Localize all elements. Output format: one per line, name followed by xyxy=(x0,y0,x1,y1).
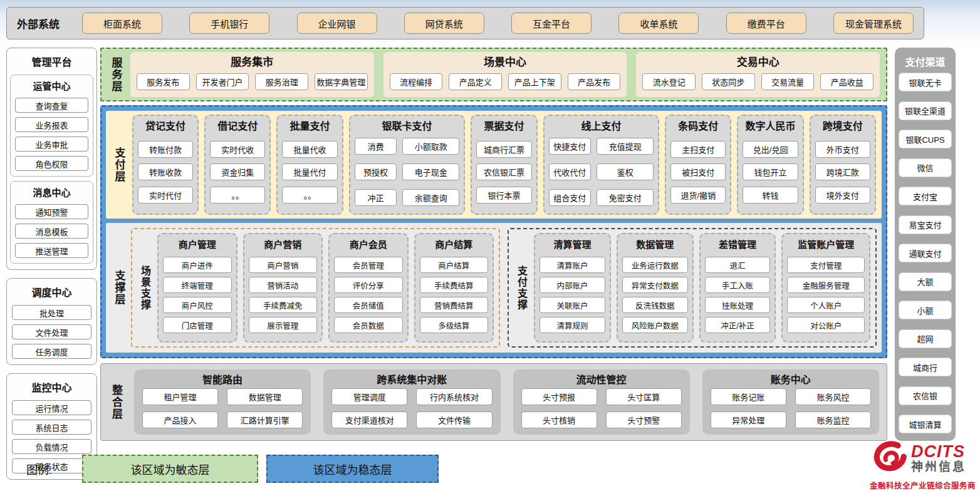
payment-item-button[interactable]: 消费 xyxy=(355,138,397,155)
payment-item-button[interactable]: 小额取款 xyxy=(402,138,459,155)
support-item-button[interactable]: 清算规则 xyxy=(540,317,605,333)
integration-item-button[interactable]: 管理调度 xyxy=(331,388,407,405)
support-item-button[interactable]: 反洗钱数据 xyxy=(622,297,688,313)
payment-channel-button[interactable]: 支付宝 xyxy=(899,187,952,205)
service-item-button[interactable]: 流程编排 xyxy=(390,73,443,90)
service-item-button[interactable]: 开发者门户 xyxy=(196,73,249,90)
payment-item-button[interactable]: 转钱 xyxy=(743,187,798,204)
support-item-button[interactable]: 风险账户数据 xyxy=(622,317,688,333)
support-item-button[interactable]: 冲正/补正 xyxy=(705,317,771,333)
support-item-button[interactable]: 手工入账 xyxy=(705,277,771,293)
integration-item-button[interactable]: 账务记账 xyxy=(711,388,786,405)
payment-channel-button[interactable]: 银联全渠道 xyxy=(899,101,952,120)
payment-item-button[interactable]: 资金归集 xyxy=(210,163,265,180)
payment-channel-button[interactable]: 微信 xyxy=(899,158,952,177)
integration-item-button[interactable]: 文件传输 xyxy=(416,411,492,428)
support-item-button[interactable]: 内部账户 xyxy=(540,277,605,293)
support-item-button[interactable]: 会员储值 xyxy=(334,297,403,313)
management-item-button[interactable]: 文件处理 xyxy=(12,324,91,339)
payment-item-button[interactable]: 。。 xyxy=(282,187,337,204)
integration-item-button[interactable]: 异常处理 xyxy=(711,411,786,428)
external-system-button[interactable]: 柜面系统 xyxy=(82,13,162,34)
integration-item-button[interactable]: 账务风控 xyxy=(795,388,871,405)
support-item-button[interactable]: 多级结算 xyxy=(420,317,489,333)
external-system-button[interactable]: 缴费平台 xyxy=(726,13,806,34)
external-system-button[interactable]: 网贷系统 xyxy=(404,13,484,34)
support-item-button[interactable]: 商户结算 xyxy=(420,257,489,273)
support-item-button[interactable]: 商户进件 xyxy=(163,257,232,273)
payment-item-button[interactable]: 实时代收 xyxy=(210,141,265,158)
payment-item-button[interactable]: 被扫支付 xyxy=(670,163,726,180)
support-item-button[interactable]: 评价分享 xyxy=(334,277,403,293)
payment-item-button[interactable]: 退货/撤销 xyxy=(670,187,726,204)
management-item-button[interactable]: 消息模板 xyxy=(15,224,88,239)
external-system-button[interactable]: 现金管理系统 xyxy=(833,13,914,34)
management-item-button[interactable]: 业务报表 xyxy=(15,117,88,132)
payment-item-button[interactable]: 预授权 xyxy=(355,163,397,180)
service-item-button[interactable]: 服务治理 xyxy=(255,73,308,90)
integration-item-button[interactable]: 账务监控 xyxy=(795,411,871,428)
payment-item-button[interactable]: 快捷支付 xyxy=(549,138,591,155)
service-item-button[interactable]: 数据字典管理 xyxy=(315,73,368,90)
management-item-button[interactable]: 系统日志 xyxy=(12,420,91,435)
support-item-button[interactable]: 门店管理 xyxy=(163,317,232,333)
integration-item-button[interactable]: 数据管理 xyxy=(227,388,303,405)
support-item-button[interactable]: 营销费结算 xyxy=(420,297,489,313)
service-item-button[interactable]: 服务发布 xyxy=(137,73,190,90)
support-item-button[interactable]: 会员管理 xyxy=(334,257,403,273)
external-system-button[interactable]: 收单系统 xyxy=(618,13,699,34)
integration-item-button[interactable]: 行内系统核对 xyxy=(416,388,492,405)
integration-item-button[interactable]: 租户管理 xyxy=(142,388,218,405)
service-item-button[interactable]: 产品发布 xyxy=(568,73,621,90)
payment-item-button[interactable]: 代收代付 xyxy=(549,163,591,180)
management-item-button[interactable]: 查询查复 xyxy=(15,98,88,113)
management-item-button[interactable]: 任务调度 xyxy=(12,344,91,359)
payment-item-button[interactable]: 转账收款 xyxy=(138,163,193,180)
support-item-button[interactable]: 支付管理 xyxy=(787,257,865,273)
service-item-button[interactable]: 状态同步 xyxy=(702,73,755,90)
payment-item-button[interactable]: 鉴权 xyxy=(597,163,654,180)
management-item-button[interactable]: 通知预警 xyxy=(15,204,88,219)
support-item-button[interactable]: 营销活动 xyxy=(249,277,318,293)
payment-item-button[interactable]: 。。 xyxy=(210,187,265,204)
management-item-button[interactable]: 业务审批 xyxy=(15,137,88,152)
payment-item-button[interactable]: 农信银汇票 xyxy=(476,163,531,180)
payment-channel-button[interactable]: 大额 xyxy=(899,272,952,291)
support-item-button[interactable]: 手续费减免 xyxy=(249,297,318,313)
payment-item-button[interactable]: 电子现金 xyxy=(402,163,459,180)
payment-item-button[interactable]: 主扫支付 xyxy=(670,141,726,158)
support-item-button[interactable]: 展示管理 xyxy=(249,317,318,333)
payment-item-button[interactable]: 冲正 xyxy=(355,189,397,206)
integration-item-button[interactable]: 头寸预警 xyxy=(606,411,682,428)
payment-item-button[interactable]: 银行本票 xyxy=(476,187,531,204)
payment-item-button[interactable]: 充值提现 xyxy=(597,138,654,155)
payment-channel-button[interactable]: 银联无卡 xyxy=(899,73,952,91)
support-item-button[interactable]: 业务运行数据 xyxy=(622,257,688,273)
payment-channel-button[interactable]: 小额 xyxy=(899,301,952,319)
management-item-button[interactable]: 批处理 xyxy=(12,305,91,320)
external-system-button[interactable]: 手机银行 xyxy=(189,13,269,34)
payment-item-button[interactable]: 跨境汇款 xyxy=(815,163,870,180)
payment-channel-button[interactable]: 城商行 xyxy=(899,358,952,376)
management-item-button[interactable]: 运行情况 xyxy=(12,400,91,415)
support-item-button[interactable]: 商户风控 xyxy=(163,297,232,313)
service-item-button[interactable]: 流水登记 xyxy=(642,73,696,90)
payment-channel-button[interactable]: 易宝支付 xyxy=(899,215,952,234)
payment-channel-button[interactable]: 农信银 xyxy=(899,386,952,405)
support-item-button[interactable]: 退汇 xyxy=(705,257,771,273)
support-item-button[interactable]: 对公账户 xyxy=(787,317,865,333)
service-item-button[interactable]: 产品上下架 xyxy=(508,73,561,90)
payment-item-button[interactable]: 兑出/兑回 xyxy=(743,141,798,158)
service-item-button[interactable]: 产品定义 xyxy=(449,73,502,90)
integration-item-button[interactable]: 支付渠道核对 xyxy=(331,411,407,428)
payment-channel-button[interactable]: 银联CUPS xyxy=(899,130,952,148)
service-item-button[interactable]: 交易流量 xyxy=(761,73,815,90)
support-item-button[interactable]: 挂账处理 xyxy=(705,297,771,313)
payment-item-button[interactable]: 批量代收 xyxy=(282,141,337,158)
service-item-button[interactable]: 产品收益 xyxy=(820,73,873,90)
payment-item-button[interactable]: 城商行汇票 xyxy=(476,141,531,158)
payment-item-button[interactable]: 组合支付 xyxy=(549,189,591,206)
payment-item-button[interactable]: 批量代付 xyxy=(282,163,337,180)
support-item-button[interactable]: 异常支付数据 xyxy=(622,277,688,293)
external-system-button[interactable]: 互金平台 xyxy=(511,13,592,34)
